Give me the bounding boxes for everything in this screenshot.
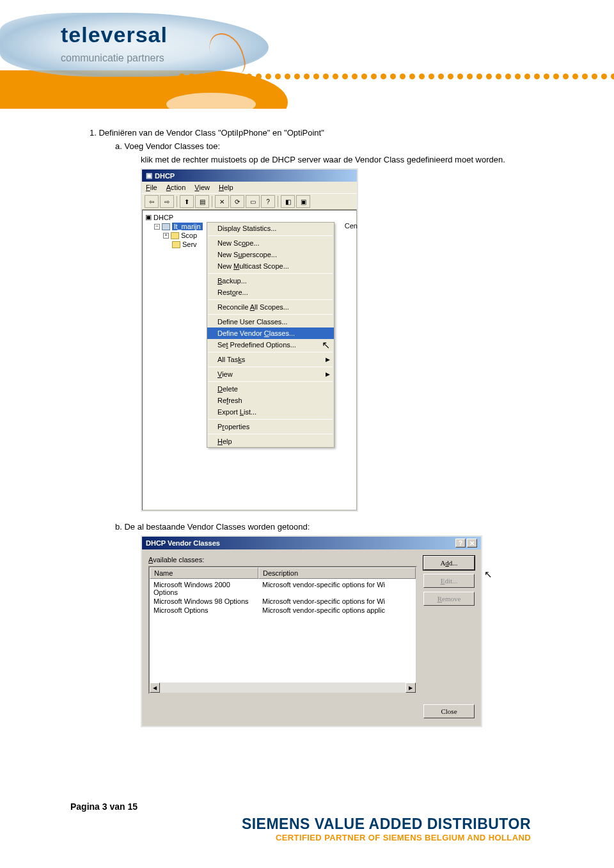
close-dialog-button[interactable]: Close [423,704,475,718]
section-number: 1. [90,128,97,138]
page-footer: Pagina 3 van 15 SIEMENS VALUE ADDED DIST… [0,750,614,849]
horizontal-scrollbar[interactable]: ◀ ▶ [150,683,416,693]
ctx-sep [209,367,333,367]
subitem-a-letter: a. [115,141,122,151]
section-title: Definiëren van de Vendor Class "OptiIpPh… [98,128,324,138]
remove-button[interactable]: Remove [423,592,475,606]
dhcp-root-icon: ▣ [145,213,152,221]
help-toolbar-button[interactable]: ? [261,195,275,208]
properties-toolbar-button[interactable]: ▤ [195,195,209,208]
ctx-sep [209,419,333,420]
col-description[interactable]: Description [258,567,416,579]
cell-name: Microsoft Windows 98 Options [150,597,258,606]
tree-server-label: lt_marijn [172,223,203,230]
cell-desc: Microsoft vendor-specific options for Wi [258,597,416,606]
dialog-title: DHCP Vendor Classes [146,539,220,547]
expand-icon[interactable]: + [163,233,169,239]
ctx-sep [209,314,333,315]
ctx-restore[interactable]: Restore... [207,287,334,298]
edit-button[interactable]: Edit... [423,574,475,588]
back-button[interactable]: ⇦ [145,195,159,208]
toolbar-sep [177,196,177,207]
options-toolbar-button[interactable]: ▭ [246,195,260,208]
submenu-arrow-icon: ▶ [326,356,330,363]
page-header: televersal communicatie partners [0,0,614,109]
ctx-set-predefined-options[interactable]: Set Predefined Options... [207,339,334,351]
clipped-text: Cen [345,222,358,230]
ctx-reconcile[interactable]: Reconcile All Scopes... [207,301,334,313]
ctx-view[interactable]: View▶ [207,368,334,380]
cell-name: Microsoft Windows 2000 Options [150,580,258,597]
forward-button[interactable]: ⇨ [160,195,174,208]
menu-view[interactable]: View [194,184,210,191]
footer-branding: SIEMENS VALUE ADDED DISTRIBUTOR CERTIFIE… [70,816,550,842]
dialog-footer: Close [142,700,481,726]
window-title: DHCP [155,172,175,180]
cell-name: Microsoft Options [150,606,258,615]
subitem-b-letter: b. [115,522,122,532]
ctx-define-vendor-classes[interactable]: Define Vendor Classes... [207,327,334,339]
menu-help[interactable]: Help [219,184,233,191]
help-button[interactable]: ? [455,539,466,548]
context-menu: Display Statistics... New Scope... New S… [207,222,335,448]
siemens-line1: SIEMENS VALUE ADDED DISTRIBUTOR [70,816,531,833]
menu-file[interactable]: File [146,184,157,191]
extra1-toolbar-button[interactable]: ◧ [281,195,295,208]
header-dot-row [179,74,614,80]
tree-root[interactable]: ▣ DHCP [145,212,354,222]
ctx-new-multicast[interactable]: New Multicast Scope... [207,260,334,272]
scroll-left-button[interactable]: ◀ [150,683,160,693]
refresh-toolbar-button[interactable]: ⟳ [230,195,244,208]
up-button[interactable]: ⬆ [180,195,194,208]
page-number: Pagina 3 van 15 [70,801,550,812]
ctx-new-scope[interactable]: New Scope... [207,237,334,249]
list-rows: Microsoft Windows 2000 Options Microsoft… [150,579,416,616]
dhcp-icon: ▣ [146,171,152,180]
window-buttons: ? ✕ [455,539,477,548]
extra2-toolbar-button[interactable]: ▣ [296,195,310,208]
col-name[interactable]: Name [150,567,258,579]
classes-listbox[interactable]: Name Description Microsoft Windows 2000 … [148,566,417,694]
subitem-b: b. De al bestaande Vendor Classes worden… [115,522,550,532]
ctx-refresh[interactable]: Refresh [207,395,334,406]
folder-icon [171,232,179,239]
add-button[interactable]: Add... [423,556,475,570]
list-item[interactable]: Microsoft Windows 98 Options Microsoft v… [150,597,416,606]
cursor-icon: ↖ [322,339,330,351]
logo-text: televersal [61,22,168,47]
ctx-new-superscope[interactable]: New Superscope... [207,249,334,260]
delete-toolbar-button[interactable]: ✕ [215,195,229,208]
ctx-delete[interactable]: Delete [207,383,334,395]
window-titlebar: ▣ DHCP [142,170,357,182]
ctx-help[interactable]: Help [207,436,334,447]
logo: televersal communicatie partners [61,22,168,64]
ctx-sep [209,352,333,352]
toolbar-sep [278,196,278,207]
available-classes-label: Available classes: [148,556,417,564]
ctx-backup[interactable]: Backup... [207,275,334,287]
list-item[interactable]: Microsoft Options Microsoft vendor-speci… [150,606,416,615]
toolbar-sep [212,196,212,207]
submenu-arrow-icon: ▶ [326,371,330,377]
close-button[interactable]: ✕ [467,539,477,548]
subitem-a-title: Voeg Vendor Classes toe: [124,141,220,151]
collapse-icon[interactable]: − [154,224,160,230]
tree-root-label: DHCP [154,214,173,221]
ctx-all-tasks[interactable]: All Tasks▶ [207,354,334,365]
cell-desc: Microsoft vendor-specific options applic [258,606,416,615]
siemens-line2: CERTIFIED PARTNER OF SIEMENS BELGIUM AND… [70,833,531,842]
cell-desc: Microsoft vendor-specific options for Wi [258,580,416,597]
menu-bar: File Action View Help [142,182,357,193]
ctx-display-statistics[interactable]: Display Statistics... [207,223,334,234]
cursor-icon: ↖ [484,569,492,580]
menu-action[interactable]: Action [166,184,186,191]
ctx-export-list[interactable]: Export List... [207,406,334,418]
list-item[interactable]: Microsoft Windows 2000 Options Microsoft… [150,580,416,597]
ctx-sep [209,235,333,236]
ctx-define-user-classes[interactable]: Define User Classes... [207,316,334,327]
tree-pane: ▣ DHCP − lt_marijn + Scop Serv Cen Displ… [142,210,357,510]
tree-serveroptions-label: Serv [182,241,197,248]
scroll-right-button[interactable]: ▶ [405,683,416,693]
ctx-properties[interactable]: Properties [207,421,334,432]
ctx-sep [209,273,333,274]
